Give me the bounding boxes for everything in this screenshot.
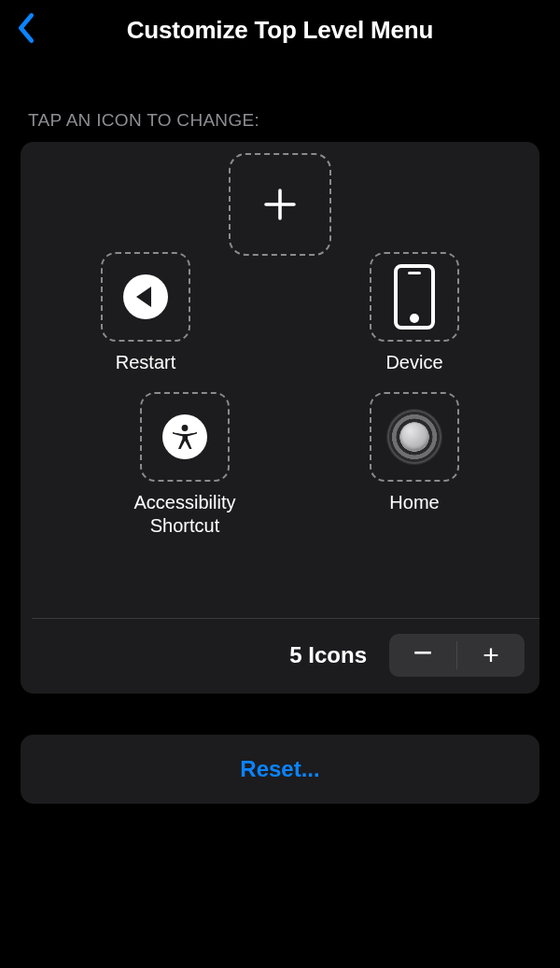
stepper-minus-button[interactable]: − [389,634,456,677]
restart-icon [123,274,168,319]
slot-box-home [370,392,459,482]
slot-box-accessibility [140,392,230,482]
page-title: Customize Top Level Menu [127,16,433,45]
device-icon [394,264,435,330]
slot-label-home: Home [389,491,439,514]
plus-icon [259,183,301,226]
header: Customize Top Level Menu [0,0,560,60]
reset-button[interactable]: Reset... [21,735,539,804]
icon-count-row: 5 Icons − + [21,619,539,694]
stepper-plus-button[interactable]: + [457,634,525,677]
slot-box-device [370,252,459,342]
home-icon [387,410,441,464]
slot-home[interactable]: Home [370,392,459,514]
device-home-dot [410,314,419,323]
slot-label-accessibility: Accessibility Shortcut [101,491,269,538]
device-speaker [408,272,421,274]
slot-label-device: Device [385,351,442,374]
slot-accessibility[interactable]: Accessibility Shortcut [101,392,269,538]
section-label: TAP AN ICON TO CHANGE: [28,110,538,131]
chevron-left-icon [16,12,36,48]
back-button[interactable] [6,9,47,50]
slot-label-restart: Restart [116,351,175,374]
reset-label: Reset... [240,756,319,782]
slot-add[interactable] [229,153,331,256]
icon-grid: Restart Device Accessi [21,142,539,618]
icon-customize-card: Restart Device Accessi [21,142,539,694]
icon-count-stepper: − + [389,634,525,677]
slot-box-restart [101,252,190,342]
slot-restart[interactable]: Restart [101,252,190,374]
accessibility-icon [162,414,207,459]
icon-count-label: 5 Icons [289,642,367,668]
svg-point-0 [182,425,189,431]
slot-box-add [229,153,331,256]
slot-device[interactable]: Device [370,252,459,374]
